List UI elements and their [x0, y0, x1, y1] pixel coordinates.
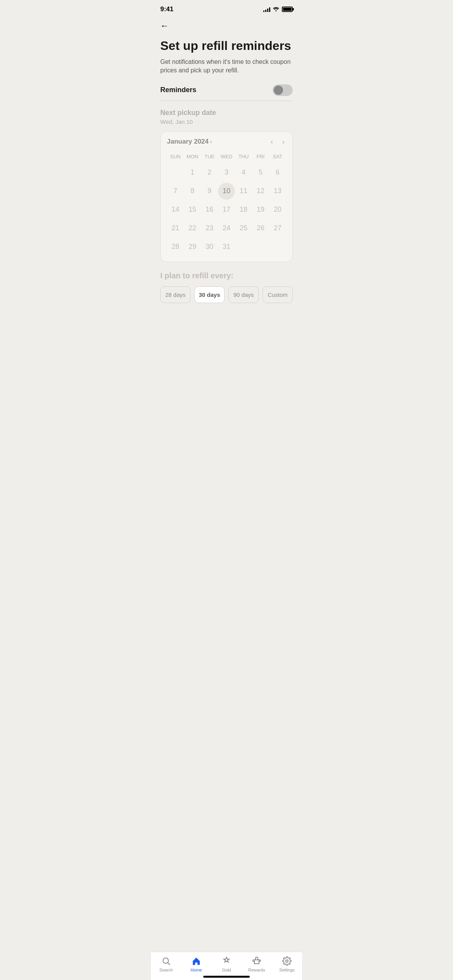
status-time: 9:41 [160, 5, 173, 13]
calendar-day[interactable]: 13 [269, 183, 286, 200]
signal-icon [263, 7, 270, 12]
page-content: Set up refill reminders Get notification… [151, 33, 302, 303]
weekday-tue: TUE [201, 152, 218, 161]
calendar-day [252, 238, 269, 255]
refill-label: I plan to refill every: [160, 271, 293, 280]
status-icons [263, 6, 293, 13]
calendar-day[interactable]: 21 [167, 220, 184, 237]
calendar-day[interactable]: 11 [235, 183, 252, 200]
reminders-toggle[interactable] [273, 84, 293, 96]
calendar-day[interactable]: 29 [184, 238, 201, 255]
calendar-day[interactable]: 3 [218, 164, 235, 181]
pickup-date-value: Wed, Jan 10 [160, 118, 293, 125]
header: ← [151, 16, 302, 33]
calendar-day[interactable]: 23 [201, 220, 218, 237]
refill-option[interactable]: 28 days [160, 286, 190, 303]
calendar-day[interactable]: 2 [201, 164, 218, 181]
divider [160, 101, 293, 101]
calendar-day[interactable]: 7 [167, 183, 184, 200]
refill-option[interactable]: Custom [263, 286, 293, 303]
calendar-prev-button[interactable]: ‹ [269, 138, 275, 146]
calendar-day[interactable]: 16 [201, 201, 218, 218]
calendar-grid: SUN MON TUE WED THU FRI SAT 123456789101… [167, 152, 286, 255]
status-bar: 9:41 [151, 0, 302, 16]
calendar-nav: ‹ › [269, 138, 286, 146]
calendar-next-button[interactable]: › [281, 138, 286, 146]
calendar-day [167, 164, 184, 181]
calendar-day[interactable]: 26 [252, 220, 269, 237]
calendar-day [269, 238, 286, 255]
calendar-day[interactable]: 24 [218, 220, 235, 237]
pickup-date-label: Next pickup date [160, 109, 293, 117]
calendar-day[interactable]: 15 [184, 201, 201, 218]
calendar-day[interactable]: 31 [218, 238, 235, 255]
calendar-day [235, 238, 252, 255]
weekday-sun: SUN [167, 152, 184, 161]
calendar-day[interactable]: 8 [184, 183, 201, 200]
calendar-days: 1234567891011121314151617181920212223242… [167, 164, 286, 255]
calendar-month-title: January 2024 › [167, 138, 212, 146]
wifi-icon [273, 6, 280, 13]
battery-icon [282, 7, 293, 12]
calendar-day[interactable]: 9 [201, 183, 218, 200]
weekday-fri: FRI [252, 152, 269, 161]
calendar-day[interactable]: 4 [235, 164, 252, 181]
calendar-day[interactable]: 1 [184, 164, 201, 181]
calendar-day[interactable]: 10 [218, 183, 235, 200]
calendar-day[interactable]: 20 [269, 201, 286, 218]
calendar-day[interactable]: 25 [235, 220, 252, 237]
weekday-thu: THU [235, 152, 252, 161]
toggle-knob [274, 86, 283, 95]
calendar-day[interactable]: 5 [252, 164, 269, 181]
calendar-header: January 2024 › ‹ › [167, 138, 286, 146]
calendar: January 2024 › ‹ › SUN MON TUE WED THU F… [160, 131, 293, 262]
calendar-day[interactable]: 12 [252, 183, 269, 200]
reminders-row: Reminders [160, 84, 293, 96]
back-button[interactable]: ← [160, 19, 169, 33]
page-subtitle: Get notifications when it's time to chec… [160, 58, 293, 75]
calendar-day[interactable]: 18 [235, 201, 252, 218]
weekday-wed: WED [218, 152, 235, 161]
chevron-right-icon: › [210, 139, 212, 145]
refill-options: 28 days30 days90 daysCustom [160, 286, 293, 303]
calendar-weekdays: SUN MON TUE WED THU FRI SAT [167, 152, 286, 161]
refill-option[interactable]: 90 days [228, 286, 259, 303]
weekday-mon: MON [184, 152, 201, 161]
calendar-day[interactable]: 28 [167, 238, 184, 255]
calendar-day[interactable]: 27 [269, 220, 286, 237]
weekday-sat: SAT [269, 152, 286, 161]
calendar-day[interactable]: 19 [252, 201, 269, 218]
calendar-day[interactable]: 22 [184, 220, 201, 237]
page-title: Set up refill reminders [160, 39, 293, 53]
calendar-day[interactable]: 30 [201, 238, 218, 255]
calendar-day[interactable]: 6 [269, 164, 286, 181]
calendar-day[interactable]: 17 [218, 201, 235, 218]
reminders-label: Reminders [160, 86, 196, 94]
refill-option[interactable]: 30 days [194, 286, 225, 303]
calendar-day[interactable]: 14 [167, 201, 184, 218]
